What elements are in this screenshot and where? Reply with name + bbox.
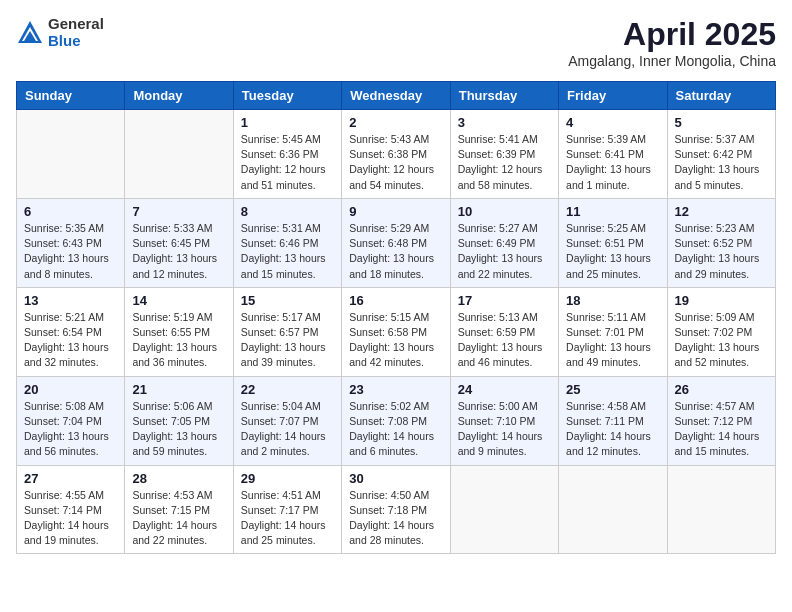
- day-number: 12: [675, 204, 768, 219]
- calendar-cell: 11Sunrise: 5:25 AM Sunset: 6:51 PM Dayli…: [559, 198, 667, 287]
- day-number: 26: [675, 382, 768, 397]
- page-header: General Blue April 2025 Amgalang, Inner …: [16, 16, 776, 69]
- day-info: Sunrise: 5:43 AM Sunset: 6:38 PM Dayligh…: [349, 132, 442, 193]
- calendar-cell: 13Sunrise: 5:21 AM Sunset: 6:54 PM Dayli…: [17, 287, 125, 376]
- day-number: 21: [132, 382, 225, 397]
- calendar-cell: 8Sunrise: 5:31 AM Sunset: 6:46 PM Daylig…: [233, 198, 341, 287]
- day-number: 24: [458, 382, 551, 397]
- day-info: Sunrise: 5:23 AM Sunset: 6:52 PM Dayligh…: [675, 221, 768, 282]
- weekday-header-wednesday: Wednesday: [342, 82, 450, 110]
- logo-icon: [16, 19, 44, 47]
- day-info: Sunrise: 4:55 AM Sunset: 7:14 PM Dayligh…: [24, 488, 117, 549]
- calendar-cell: 16Sunrise: 5:15 AM Sunset: 6:58 PM Dayli…: [342, 287, 450, 376]
- calendar-cell: 2Sunrise: 5:43 AM Sunset: 6:38 PM Daylig…: [342, 110, 450, 199]
- day-number: 23: [349, 382, 442, 397]
- calendar-table: SundayMondayTuesdayWednesdayThursdayFrid…: [16, 81, 776, 554]
- logo-general-text: General: [48, 16, 104, 33]
- calendar-cell: 25Sunrise: 4:58 AM Sunset: 7:11 PM Dayli…: [559, 376, 667, 465]
- calendar-cell: 10Sunrise: 5:27 AM Sunset: 6:49 PM Dayli…: [450, 198, 558, 287]
- weekday-header-monday: Monday: [125, 82, 233, 110]
- calendar-cell: [17, 110, 125, 199]
- day-number: 16: [349, 293, 442, 308]
- day-number: 22: [241, 382, 334, 397]
- day-info: Sunrise: 5:04 AM Sunset: 7:07 PM Dayligh…: [241, 399, 334, 460]
- calendar-cell: 1Sunrise: 5:45 AM Sunset: 6:36 PM Daylig…: [233, 110, 341, 199]
- calendar-cell: 19Sunrise: 5:09 AM Sunset: 7:02 PM Dayli…: [667, 287, 775, 376]
- calendar-week-5: 27Sunrise: 4:55 AM Sunset: 7:14 PM Dayli…: [17, 465, 776, 554]
- calendar-cell: 15Sunrise: 5:17 AM Sunset: 6:57 PM Dayli…: [233, 287, 341, 376]
- calendar-cell: 24Sunrise: 5:00 AM Sunset: 7:10 PM Dayli…: [450, 376, 558, 465]
- day-info: Sunrise: 4:51 AM Sunset: 7:17 PM Dayligh…: [241, 488, 334, 549]
- weekday-header-row: SundayMondayTuesdayWednesdayThursdayFrid…: [17, 82, 776, 110]
- day-info: Sunrise: 5:21 AM Sunset: 6:54 PM Dayligh…: [24, 310, 117, 371]
- day-info: Sunrise: 5:27 AM Sunset: 6:49 PM Dayligh…: [458, 221, 551, 282]
- day-number: 5: [675, 115, 768, 130]
- day-info: Sunrise: 5:41 AM Sunset: 6:39 PM Dayligh…: [458, 132, 551, 193]
- logo: General Blue: [16, 16, 104, 49]
- day-number: 13: [24, 293, 117, 308]
- day-info: Sunrise: 5:37 AM Sunset: 6:42 PM Dayligh…: [675, 132, 768, 193]
- day-info: Sunrise: 5:11 AM Sunset: 7:01 PM Dayligh…: [566, 310, 659, 371]
- weekday-header-sunday: Sunday: [17, 82, 125, 110]
- day-number: 2: [349, 115, 442, 130]
- calendar-cell: 6Sunrise: 5:35 AM Sunset: 6:43 PM Daylig…: [17, 198, 125, 287]
- day-number: 18: [566, 293, 659, 308]
- day-number: 20: [24, 382, 117, 397]
- calendar-week-2: 6Sunrise: 5:35 AM Sunset: 6:43 PM Daylig…: [17, 198, 776, 287]
- calendar-cell: 20Sunrise: 5:08 AM Sunset: 7:04 PM Dayli…: [17, 376, 125, 465]
- day-number: 7: [132, 204, 225, 219]
- weekday-header-friday: Friday: [559, 82, 667, 110]
- day-info: Sunrise: 5:39 AM Sunset: 6:41 PM Dayligh…: [566, 132, 659, 193]
- day-info: Sunrise: 5:19 AM Sunset: 6:55 PM Dayligh…: [132, 310, 225, 371]
- logo-blue-text: Blue: [48, 33, 104, 50]
- calendar-cell: 4Sunrise: 5:39 AM Sunset: 6:41 PM Daylig…: [559, 110, 667, 199]
- day-info: Sunrise: 5:25 AM Sunset: 6:51 PM Dayligh…: [566, 221, 659, 282]
- calendar-cell: 21Sunrise: 5:06 AM Sunset: 7:05 PM Dayli…: [125, 376, 233, 465]
- day-info: Sunrise: 5:06 AM Sunset: 7:05 PM Dayligh…: [132, 399, 225, 460]
- day-info: Sunrise: 5:35 AM Sunset: 6:43 PM Dayligh…: [24, 221, 117, 282]
- day-info: Sunrise: 4:58 AM Sunset: 7:11 PM Dayligh…: [566, 399, 659, 460]
- calendar-cell: 17Sunrise: 5:13 AM Sunset: 6:59 PM Dayli…: [450, 287, 558, 376]
- day-number: 11: [566, 204, 659, 219]
- day-info: Sunrise: 5:09 AM Sunset: 7:02 PM Dayligh…: [675, 310, 768, 371]
- day-number: 27: [24, 471, 117, 486]
- calendar-cell: 18Sunrise: 5:11 AM Sunset: 7:01 PM Dayli…: [559, 287, 667, 376]
- day-info: Sunrise: 5:15 AM Sunset: 6:58 PM Dayligh…: [349, 310, 442, 371]
- day-info: Sunrise: 5:31 AM Sunset: 6:46 PM Dayligh…: [241, 221, 334, 282]
- day-number: 6: [24, 204, 117, 219]
- day-info: Sunrise: 5:45 AM Sunset: 6:36 PM Dayligh…: [241, 132, 334, 193]
- day-number: 19: [675, 293, 768, 308]
- day-info: Sunrise: 4:53 AM Sunset: 7:15 PM Dayligh…: [132, 488, 225, 549]
- logo-text: General Blue: [48, 16, 104, 49]
- calendar-cell: 22Sunrise: 5:04 AM Sunset: 7:07 PM Dayli…: [233, 376, 341, 465]
- day-number: 8: [241, 204, 334, 219]
- calendar-cell: 26Sunrise: 4:57 AM Sunset: 7:12 PM Dayli…: [667, 376, 775, 465]
- day-number: 25: [566, 382, 659, 397]
- day-number: 15: [241, 293, 334, 308]
- day-number: 3: [458, 115, 551, 130]
- calendar-cell: [450, 465, 558, 554]
- calendar-cell: 12Sunrise: 5:23 AM Sunset: 6:52 PM Dayli…: [667, 198, 775, 287]
- day-number: 1: [241, 115, 334, 130]
- day-number: 9: [349, 204, 442, 219]
- calendar-cell: 30Sunrise: 4:50 AM Sunset: 7:18 PM Dayli…: [342, 465, 450, 554]
- day-info: Sunrise: 5:00 AM Sunset: 7:10 PM Dayligh…: [458, 399, 551, 460]
- day-info: Sunrise: 5:02 AM Sunset: 7:08 PM Dayligh…: [349, 399, 442, 460]
- calendar-cell: 14Sunrise: 5:19 AM Sunset: 6:55 PM Dayli…: [125, 287, 233, 376]
- calendar-cell: 9Sunrise: 5:29 AM Sunset: 6:48 PM Daylig…: [342, 198, 450, 287]
- location-text: Amgalang, Inner Mongolia, China: [568, 53, 776, 69]
- calendar-cell: 29Sunrise: 4:51 AM Sunset: 7:17 PM Dayli…: [233, 465, 341, 554]
- weekday-header-thursday: Thursday: [450, 82, 558, 110]
- day-number: 30: [349, 471, 442, 486]
- calendar-cell: 3Sunrise: 5:41 AM Sunset: 6:39 PM Daylig…: [450, 110, 558, 199]
- day-number: 10: [458, 204, 551, 219]
- calendar-week-4: 20Sunrise: 5:08 AM Sunset: 7:04 PM Dayli…: [17, 376, 776, 465]
- day-number: 29: [241, 471, 334, 486]
- title-area: April 2025 Amgalang, Inner Mongolia, Chi…: [568, 16, 776, 69]
- calendar-cell: 7Sunrise: 5:33 AM Sunset: 6:45 PM Daylig…: [125, 198, 233, 287]
- day-info: Sunrise: 5:29 AM Sunset: 6:48 PM Dayligh…: [349, 221, 442, 282]
- calendar-cell: 5Sunrise: 5:37 AM Sunset: 6:42 PM Daylig…: [667, 110, 775, 199]
- calendar-week-1: 1Sunrise: 5:45 AM Sunset: 6:36 PM Daylig…: [17, 110, 776, 199]
- month-title: April 2025: [568, 16, 776, 53]
- day-info: Sunrise: 5:08 AM Sunset: 7:04 PM Dayligh…: [24, 399, 117, 460]
